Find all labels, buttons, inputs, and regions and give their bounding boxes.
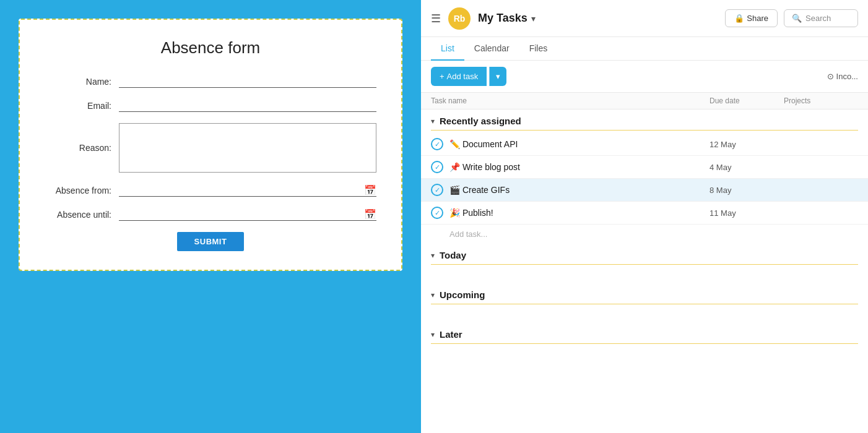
email-label: Email: xyxy=(45,101,119,111)
task-date-3: 8 May xyxy=(710,186,784,195)
calendar-icon-until[interactable]: 📅 xyxy=(364,208,376,220)
form-title: Absence form xyxy=(45,38,376,58)
task-check-2[interactable]: ✓ xyxy=(431,161,443,173)
add-task-dropdown-button[interactable]: ▾ xyxy=(489,67,506,86)
chevron-down-icon[interactable]: ▾ xyxy=(531,14,536,24)
task-list-area: Task name Due date Projects ▾ Recently a… xyxy=(421,93,868,433)
submit-row: SUBMIT xyxy=(45,232,376,251)
reason-input[interactable] xyxy=(119,123,376,173)
avatar: Rb xyxy=(448,7,471,30)
right-panel: ☰ Rb My Tasks ▾ 🔒 Share 🔍 Search List Ca… xyxy=(421,0,868,433)
email-row: Email: xyxy=(45,99,376,112)
task-name-3: 🎬 Create GIFs xyxy=(449,185,710,195)
task-row[interactable]: ✓ 🎬 Create GIFs 8 May xyxy=(421,179,868,202)
search-icon: 🔍 xyxy=(792,14,802,23)
name-row: Name: xyxy=(45,75,376,88)
task-row[interactable]: ✓ 🎉 Publish! 11 May xyxy=(421,202,868,225)
task-date-2: 4 May xyxy=(710,163,784,172)
incomplete-label: Inco... xyxy=(836,72,858,81)
section-chevron-recently[interactable]: ▾ xyxy=(431,117,435,126)
section-title-upcoming: Upcoming xyxy=(440,289,485,300)
absence-from-row: Absence from: 📅 xyxy=(45,184,376,197)
task-row[interactable]: ✓ ✏️ Document API 12 May xyxy=(421,133,868,156)
page-title: My Tasks xyxy=(478,12,527,25)
email-input[interactable] xyxy=(119,99,376,112)
task-name-1: ✏️ Document API xyxy=(449,139,710,149)
calendar-icon-from[interactable]: 📅 xyxy=(364,184,376,196)
header-title-area: My Tasks ▾ xyxy=(478,12,718,25)
task-row[interactable]: ✓ 📌 Write blog post 4 May xyxy=(421,156,868,179)
task-date-1: 12 May xyxy=(710,140,784,149)
section-divider-today xyxy=(431,264,858,265)
action-bar: + Add task ▾ ⊙ Inco... xyxy=(421,61,868,93)
section-today: ▾ Today xyxy=(421,244,868,264)
name-label: Name: xyxy=(45,77,119,87)
tab-files[interactable]: Files xyxy=(519,37,558,61)
section-recently-assigned: ▾ Recently assigned xyxy=(421,109,868,130)
name-input[interactable] xyxy=(119,75,376,88)
share-label: Share xyxy=(747,14,768,23)
task-name-2: 📌 Write blog post xyxy=(449,162,710,172)
plus-icon: + xyxy=(440,72,445,81)
search-placeholder: Search xyxy=(805,14,831,23)
task-check-1[interactable]: ✓ xyxy=(431,138,443,150)
col-projects: Projects xyxy=(784,96,858,105)
absence-until-label: Absence until: xyxy=(45,210,119,220)
absence-until-row: Absence until: 📅 xyxy=(45,208,376,221)
menu-icon[interactable]: ☰ xyxy=(431,12,441,25)
section-divider-recently xyxy=(431,130,858,131)
add-task-inline[interactable]: Add task... xyxy=(421,225,868,244)
absence-from-wrapper: 📅 xyxy=(119,184,376,197)
incomplete-filter[interactable]: ⊙ Inco... xyxy=(827,72,858,81)
tabs-bar: List Calendar Files xyxy=(421,37,868,61)
reason-row: Reason: xyxy=(45,123,376,173)
add-task-label: Add task xyxy=(447,72,479,81)
section-chevron-today[interactable]: ▾ xyxy=(431,251,435,260)
task-check-3[interactable]: ✓ xyxy=(431,184,443,196)
section-title-recently: Recently assigned xyxy=(440,116,521,126)
absence-until-input[interactable] xyxy=(119,208,364,220)
tab-list[interactable]: List xyxy=(431,37,464,61)
col-due-date: Due date xyxy=(710,96,784,105)
absence-from-label: Absence from: xyxy=(45,186,119,195)
section-title-later: Later xyxy=(440,329,462,340)
add-task-button[interactable]: + Add task xyxy=(431,67,487,86)
section-chevron-later[interactable]: ▾ xyxy=(431,330,435,339)
left-panel: Absence form Name: Email: Reason: Absenc… xyxy=(0,0,421,433)
search-box[interactable]: 🔍 Search xyxy=(784,9,858,27)
absence-form: Absence form Name: Email: Reason: Absenc… xyxy=(19,19,402,271)
tab-calendar[interactable]: Calendar xyxy=(464,37,519,61)
share-button[interactable]: 🔒 Share xyxy=(725,9,778,27)
table-header: Task name Due date Projects xyxy=(421,93,868,109)
section-divider-upcoming xyxy=(431,304,858,304)
section-chevron-upcoming[interactable]: ▾ xyxy=(431,291,435,299)
col-task-name: Task name xyxy=(431,96,710,105)
section-title-today: Today xyxy=(440,250,466,260)
submit-button[interactable]: SUBMIT xyxy=(177,232,245,251)
check-circle-icon: ⊙ xyxy=(827,72,834,81)
section-later: ▾ Later xyxy=(421,323,868,343)
section-upcoming: ▾ Upcoming xyxy=(421,283,868,304)
task-date-4: 11 May xyxy=(710,208,784,218)
absence-until-wrapper: 📅 xyxy=(119,208,376,221)
task-check-4[interactable]: ✓ xyxy=(431,207,443,219)
reason-label: Reason: xyxy=(45,143,119,153)
absence-from-input[interactable] xyxy=(119,184,364,196)
top-bar: ☰ Rb My Tasks ▾ 🔒 Share 🔍 Search xyxy=(421,0,868,37)
lock-icon: 🔒 xyxy=(734,14,744,23)
task-name-4: 🎉 Publish! xyxy=(449,208,710,218)
header-actions: 🔒 Share 🔍 Search xyxy=(725,9,858,27)
section-divider-later xyxy=(431,343,858,344)
